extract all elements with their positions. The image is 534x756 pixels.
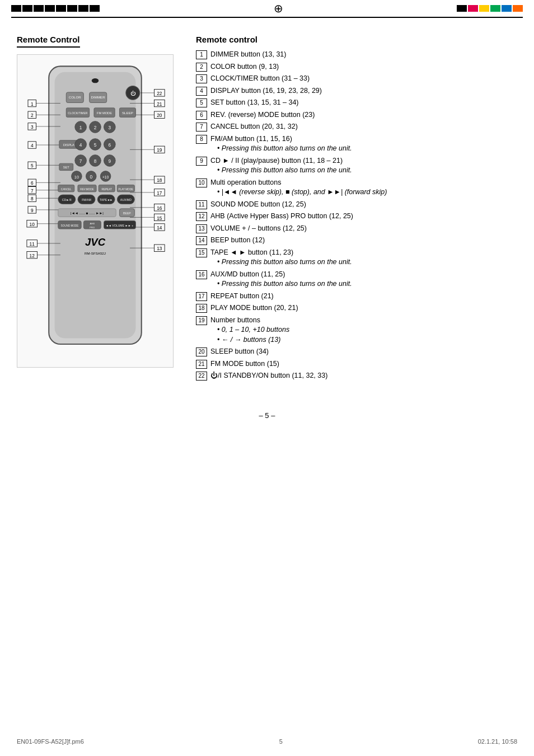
bottom-center-text: 5 bbox=[279, 738, 283, 745]
svg-text:5: 5 bbox=[94, 143, 97, 148]
svg-text:11: 11 bbox=[30, 242, 35, 247]
item-text: Number buttons • 0, 1 – 10, +10 buttons … bbox=[210, 316, 517, 345]
item-text: TAPE ◄ ► button (11, 23) • Pressing this… bbox=[210, 248, 517, 267]
svg-text:DIMMER: DIMMER bbox=[91, 95, 106, 99]
item-number: 21 bbox=[196, 360, 207, 369]
svg-text:PLAY MODE: PLAY MODE bbox=[119, 188, 134, 191]
svg-text:10: 10 bbox=[74, 175, 79, 180]
item-number: 16 bbox=[196, 270, 207, 279]
registration-marks: ⊕ bbox=[0, 0, 534, 17]
list-item: 19 Number buttons • 0, 1 – 10, +10 butto… bbox=[196, 316, 517, 345]
svg-text:9: 9 bbox=[109, 159, 111, 164]
svg-text:RM-SFSA52J: RM-SFSA52J bbox=[85, 251, 106, 255]
svg-text:PRO: PRO bbox=[90, 226, 95, 229]
item-number: 20 bbox=[196, 348, 207, 356]
left-section-title: Remote Control bbox=[17, 35, 80, 48]
item-text: FM/AM button (11, 15, 16) • Pressing thi… bbox=[210, 134, 517, 154]
svg-text:0: 0 bbox=[90, 175, 92, 180]
svg-text:14: 14 bbox=[157, 226, 162, 231]
svg-text:7: 7 bbox=[79, 159, 82, 164]
svg-text:SOUND MODE: SOUND MODE bbox=[60, 224, 78, 227]
item-number: 11 bbox=[196, 200, 207, 209]
svg-text:SET: SET bbox=[63, 166, 70, 169]
svg-text:REV.MODE: REV.MODE bbox=[80, 188, 93, 191]
svg-text:FM/AM: FM/AM bbox=[82, 198, 91, 201]
list-item: 14 BEEP button (12) bbox=[196, 236, 517, 246]
list-item: 20 SLEEP button (34) bbox=[196, 347, 517, 357]
item-text: DISPLAY button (16, 19, 23, 28, 29) bbox=[210, 86, 517, 96]
reg-right bbox=[457, 5, 523, 12]
item-text: Multi operation buttons • |◄◄ (reverse s… bbox=[210, 178, 517, 198]
item-number: 19 bbox=[196, 316, 207, 325]
list-item: 17 REPEAT button (21) bbox=[196, 292, 517, 302]
svg-text:3: 3 bbox=[31, 125, 34, 130]
svg-text:5: 5 bbox=[31, 163, 34, 168]
svg-text:10: 10 bbox=[30, 222, 35, 227]
svg-text:22: 22 bbox=[157, 91, 162, 96]
list-item: 3 CLOCK/TIMER button (31 – 33) bbox=[196, 74, 517, 84]
svg-point-68 bbox=[92, 78, 99, 83]
list-item: 15 TAPE ◄ ► button (11, 23) • Pressing t… bbox=[196, 248, 517, 267]
top-rule bbox=[11, 17, 523, 18]
item-text: SET button (13, 15, 31 – 34) bbox=[210, 98, 517, 108]
reg-left bbox=[11, 5, 100, 12]
list-item: 6 REV. (reverse) MODE button (23) bbox=[196, 110, 517, 120]
item-number: 17 bbox=[196, 292, 207, 301]
item-number: 8 bbox=[196, 135, 207, 144]
svg-text:20: 20 bbox=[157, 113, 162, 118]
svg-text:COLOR: COLOR bbox=[69, 95, 82, 99]
bullet-text: • Pressing this button also turns on the… bbox=[210, 144, 517, 154]
right-section-title: Remote control bbox=[196, 35, 517, 44]
svg-text:SLEEP: SLEEP bbox=[122, 111, 133, 115]
list-item: 8 FM/AM button (11, 15, 16) • Pressing t… bbox=[196, 134, 517, 154]
item-number: 2 bbox=[196, 63, 207, 72]
svg-text:12: 12 bbox=[30, 253, 35, 259]
svg-text:21: 21 bbox=[157, 102, 162, 107]
svg-text:2: 2 bbox=[31, 113, 34, 118]
main-content: Remote Control 1 2 3 bbox=[0, 24, 534, 395]
svg-text:CLOCK/TIMER: CLOCK/TIMER bbox=[68, 111, 88, 115]
item-number: 22 bbox=[196, 372, 207, 381]
svg-text:7: 7 bbox=[31, 189, 34, 194]
item-number: 10 bbox=[196, 179, 207, 187]
svg-text:8: 8 bbox=[94, 159, 97, 164]
svg-text:TAPE◄►: TAPE◄► bbox=[100, 198, 113, 201]
item-number: 1 bbox=[196, 50, 207, 59]
item-number: 14 bbox=[196, 236, 207, 245]
item-text: PLAY MODE button (20, 21) bbox=[210, 303, 517, 313]
list-item: 2 COLOR button (9, 13) bbox=[196, 62, 517, 72]
svg-text:13: 13 bbox=[157, 246, 162, 251]
svg-text:AHB: AHB bbox=[90, 222, 95, 225]
list-item: 1 DIMMER button (13, 31) bbox=[196, 50, 517, 60]
item-text: CLOCK/TIMER button (31 – 33) bbox=[210, 74, 517, 84]
item-number: 3 bbox=[196, 74, 207, 83]
item-number: 7 bbox=[196, 123, 207, 132]
bullet-text: • Pressing this button also turns on the… bbox=[210, 257, 517, 267]
svg-text:4: 4 bbox=[31, 143, 34, 148]
svg-text:6: 6 bbox=[31, 181, 34, 186]
svg-text:2: 2 bbox=[94, 125, 97, 130]
svg-text:CD►/II: CD►/II bbox=[62, 198, 72, 201]
item-text: AHB (Active Hyper Bass) PRO button (12, … bbox=[210, 212, 517, 222]
item-text: REPEAT button (21) bbox=[210, 292, 517, 302]
list-item: 10 Multi operation buttons • |◄◄ (revers… bbox=[196, 178, 517, 198]
remote-svg: 1 2 3 4 5 6 bbox=[23, 60, 167, 361]
item-text: REV. (reverse) MODE button (23) bbox=[210, 110, 517, 120]
svg-text:15: 15 bbox=[157, 216, 162, 221]
list-item: 4 DISPLAY button (16, 19, 23, 28, 29) bbox=[196, 86, 517, 96]
item-text: BEEP button (12) bbox=[210, 236, 517, 246]
svg-text:1: 1 bbox=[79, 125, 82, 130]
bottom-bar: EN01-09FS-A52[J]f.pm6 5 02.1.21, 10:58 bbox=[0, 738, 534, 745]
list-item: 5 SET button (13, 15, 31 – 34) bbox=[196, 98, 517, 108]
item-text: VOLUME + / – buttons (12, 25) bbox=[210, 224, 517, 234]
item-text: SOUND MODE button (12, 25) bbox=[210, 200, 517, 210]
item-text: DIMMER button (13, 31) bbox=[210, 50, 517, 60]
svg-text:REPEAT: REPEAT bbox=[102, 188, 112, 191]
page-number: – 5 – bbox=[0, 411, 534, 420]
item-text: ⏻/I STANDBY/ON button (11, 32, 33) bbox=[210, 371, 517, 381]
item-number: 9 bbox=[196, 157, 207, 166]
item-number: 18 bbox=[196, 304, 207, 313]
svg-text:3: 3 bbox=[109, 125, 111, 130]
compass-symbol: ⊕ bbox=[274, 2, 283, 15]
item-number: 15 bbox=[196, 248, 207, 257]
